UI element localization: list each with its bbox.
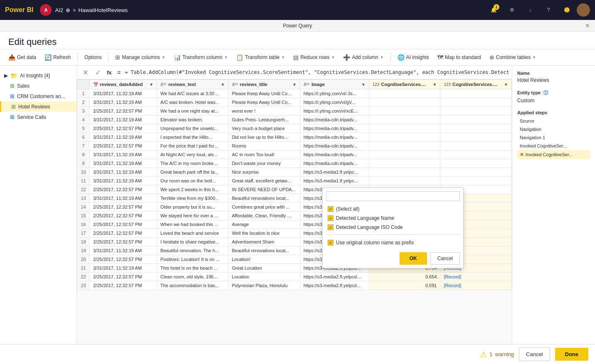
top-navigation: Power BI A AI2 ⊕ > HawaiiHotelReviews 🔔 … bbox=[0, 0, 595, 20]
notification-button[interactable]: 🔔 1 bbox=[485, 2, 502, 18]
user-avatar[interactable]: A bbox=[40, 4, 52, 16]
powerbi-logo: Power BI bbox=[5, 6, 33, 14]
breadcrumb-item[interactable]: HawaiiHotelReviews bbox=[79, 7, 128, 13]
download-icon: ↓ bbox=[529, 7, 531, 13]
notification-badge: 1 bbox=[494, 4, 499, 10]
gear-icon: ⚙ bbox=[510, 7, 514, 13]
help-icon: ? bbox=[547, 7, 550, 13]
breadcrumb-sep: > bbox=[73, 7, 76, 13]
smiley-icon: 🙂 bbox=[564, 7, 570, 13]
breadcrumb-icon: ⊕ bbox=[66, 7, 70, 13]
help-button[interactable]: ? bbox=[540, 2, 557, 18]
user-profile-avatar[interactable] bbox=[577, 3, 590, 17]
nav-icons: 🔔 1 ⚙ ↓ ? 🙂 bbox=[485, 2, 590, 18]
download-button[interactable]: ↓ bbox=[522, 2, 538, 18]
smiley-button[interactable]: 🙂 bbox=[558, 2, 575, 18]
settings-button[interactable]: ⚙ bbox=[504, 2, 520, 18]
breadcrumb: AI2 ⊕ > HawaiiHotelReviews bbox=[55, 7, 128, 13]
